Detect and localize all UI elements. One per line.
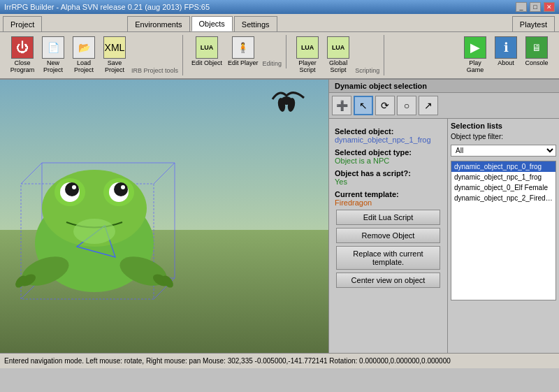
svg-point-18 (65, 182, 79, 196)
save-project-icon: XML (103, 36, 126, 59)
menu-tab-playtest[interactable]: Playtest (512, 16, 555, 31)
editing-label: Editing (263, 60, 282, 68)
has-script-label: Object has a script?: (335, 169, 442, 177)
selected-type-label: Selected object type: (335, 148, 442, 157)
play-game-label: PlayGame (467, 60, 484, 74)
toolbar-scripting: LUA PlayerScript LUA GlobalScript Script… (289, 35, 384, 75)
menubar: Project Environments Objects Settings Pl… (0, 14, 559, 32)
player-script-button[interactable]: LUA PlayerScript (293, 35, 321, 75)
panel-body: Selected object: dynamic_object_npc_1_fr… (329, 119, 559, 353)
load-project-icon: 📂 (73, 36, 95, 59)
console-label: Console (525, 60, 548, 67)
frog-svg (14, 142, 210, 324)
bird-silhouette (269, 85, 311, 118)
frog-model (14, 142, 210, 325)
center-view-button[interactable]: Center view on object (336, 273, 440, 288)
svg-line-4 (21, 163, 42, 184)
tool-rotate-button[interactable]: ⟳ (375, 96, 395, 115)
menu-tab-project[interactable]: Project (3, 16, 42, 31)
save-project-button[interactable]: XML SaveProject (101, 35, 129, 75)
global-script-icon: LUA (327, 36, 349, 59)
current-template-label: Current template: (335, 190, 442, 198)
list-item[interactable]: dynamic_object_0_Elf Female (451, 182, 556, 193)
close-program-icon: ⏻ (11, 36, 34, 59)
console-button[interactable]: 🖥 Console (523, 35, 551, 68)
new-project-label: NewProject (43, 60, 63, 74)
selection-panel: Selection lists Object type filter: All … (447, 119, 559, 353)
right-panel: Dynamic object selection ➕ ↖ ⟳ ○ ↗ Selec… (328, 80, 559, 353)
about-label: About (498, 60, 514, 67)
selected-object-value: dynamic_object_npc_1_frog (335, 136, 442, 144)
tool-add-button[interactable]: ➕ (332, 96, 351, 115)
remove-object-button[interactable]: Remove Object (336, 228, 440, 243)
menu-tab-environments[interactable]: Environments (127, 16, 189, 31)
edit-player-icon: 🧍 (232, 36, 254, 59)
close-program-button[interactable]: ⏻ CloseProgram (8, 35, 36, 75)
edit-lua-script-button[interactable]: Edit Lua Script (336, 210, 440, 225)
replace-template-button[interactable]: Replace with current template. (336, 246, 440, 270)
about-button[interactable]: ℹ About (492, 35, 520, 68)
global-script-label: GlobalScript (329, 60, 347, 74)
selected-object-label: Selected object: (335, 127, 442, 136)
about-icon: ℹ (495, 36, 517, 59)
viewport[interactable] (0, 80, 328, 353)
edit-object-icon: LUA (196, 36, 218, 59)
close-button[interactable]: ✕ (544, 2, 555, 12)
menu-tab-settings[interactable]: Settings (234, 16, 277, 31)
maximize-button[interactable]: □ (530, 2, 541, 12)
panel-toolbar: ➕ ↖ ⟳ ○ ↗ (329, 93, 559, 119)
load-project-label: LoadProject (74, 60, 94, 74)
main-area: Dynamic object selection ➕ ↖ ⟳ ○ ↗ Selec… (0, 80, 559, 353)
current-template-value: Firedragon (335, 198, 442, 207)
selection-lists-title: Selection lists (451, 122, 556, 130)
player-script-label: PlayerScript (298, 60, 317, 74)
new-project-button[interactable]: 📄 NewProject (39, 35, 67, 75)
selected-type-value: Object is a NPC (335, 157, 442, 165)
titlebar-controls: _ □ ✕ (516, 2, 555, 12)
new-project-icon: 📄 (42, 36, 64, 59)
window-title: IrrRPG Builder - Alpha SVN release 0.21 … (4, 3, 210, 11)
toolbar: ⏻ CloseProgram 📄 NewProject 📂 LoadProjec… (0, 32, 559, 80)
tool-select-button[interactable]: ↖ (354, 96, 373, 115)
close-program-label: CloseProgram (10, 60, 35, 74)
toolbar-playtest: ▶ PlayGame ℹ About 🖥 Console (457, 35, 555, 75)
edit-object-label: Edit Object (191, 60, 222, 67)
svg-point-21 (121, 185, 125, 189)
svg-point-19 (114, 182, 128, 196)
status-text: Entered navigation mode. Left mouse: rot… (4, 357, 451, 365)
list-item[interactable]: dynamic_object_npc_1_frog (451, 172, 556, 182)
irb-tools-label: IRB Project tools (131, 67, 178, 75)
svg-point-31 (73, 219, 115, 244)
tool-link-button[interactable]: ↗ (419, 96, 438, 115)
list-item[interactable]: dynamic_object_npc_2_Firedragon (451, 193, 556, 203)
titlebar: IrrRPG Builder - Alpha SVN release 0.21 … (0, 0, 559, 14)
statusbar: Entered navigation mode. Left mouse: rot… (0, 353, 559, 368)
load-project-button[interactable]: 📂 LoadProject (70, 35, 98, 75)
bird-svg (269, 85, 311, 113)
selection-filter-row: Object type filter: (451, 133, 556, 140)
tool-circle-button[interactable]: ○ (397, 96, 416, 115)
object-type-filter-select[interactable]: All NPC Item Trigger (451, 145, 556, 157)
object-info: Selected object: dynamic_object_npc_1_fr… (329, 119, 447, 353)
scripting-label: Scripting (355, 67, 379, 75)
has-script-value: Yes (335, 177, 442, 186)
play-game-button[interactable]: ▶ PlayGame (461, 35, 489, 75)
play-game-icon: ▶ (464, 36, 486, 59)
minimize-button[interactable]: _ (516, 2, 527, 12)
menu-tab-objects[interactable]: Objects (191, 16, 233, 31)
edit-player-label: Edit Player (228, 60, 259, 67)
save-project-label: SaveProject (105, 60, 124, 74)
edit-player-button[interactable]: 🧍 Edit Player (226, 35, 260, 68)
global-script-button[interactable]: LUA GlobalScript (324, 35, 352, 75)
toolbar-editing: LUA Edit Object 🧍 Edit Player Editing (186, 35, 286, 68)
toolbar-irb-tools: ⏻ CloseProgram 📄 NewProject 📂 LoadProjec… (4, 35, 183, 75)
edit-object-button[interactable]: LUA Edit Object (190, 35, 224, 68)
svg-line-5 (154, 163, 175, 184)
list-item[interactable]: dynamic_object_npc_0_frog (451, 161, 556, 172)
selection-list: dynamic_object_npc_0_frog dynamic_object… (451, 161, 556, 300)
filter-label: Object type filter: (451, 133, 503, 140)
svg-point-20 (72, 185, 76, 189)
console-icon: 🖥 (525, 36, 548, 59)
player-script-icon: LUA (296, 36, 319, 59)
panel-title: Dynamic object selection (329, 80, 559, 93)
